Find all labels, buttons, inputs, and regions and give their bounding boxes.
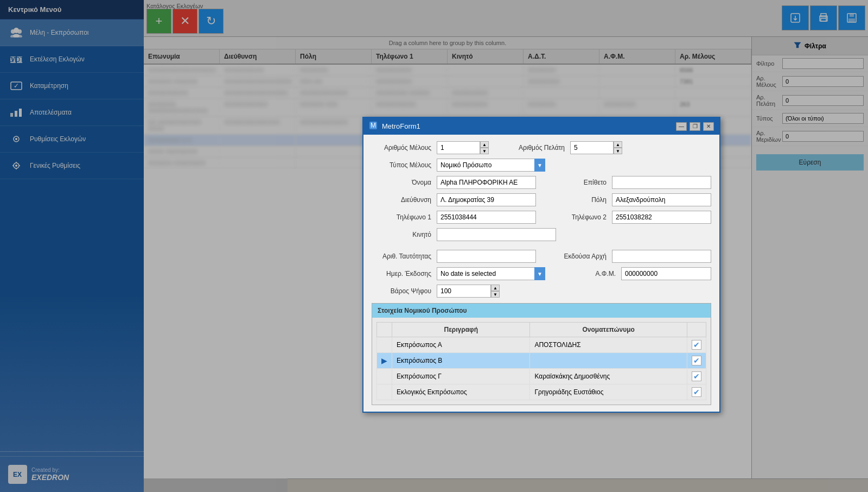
modal-close-button[interactable]: ✕ [703,122,714,131]
rep-col-onomateponymo: Ονοματεπώνυμο [530,323,687,337]
row-arrow-icon: ▶ [381,356,387,365]
form-row-tilefono1: Τηλέφωνο 1 Τηλέφωνο 2 [372,211,711,224]
ar-pelati-input[interactable] [570,141,614,154]
ar-melous-up[interactable]: ▲ [480,141,489,148]
ar-melous-down[interactable]: ▼ [480,148,489,154]
ar-pelati-spinner-btns: ▲ ▼ [614,141,622,154]
rep-name: ΑΠΟΣΤΟΛΙΔΗΣ [530,337,687,353]
onoma-label: Όνομα [372,179,431,186]
form-row-typos-melous: Τύπος Μέλους Νομικό Πρόσωπο ▼ [372,159,711,172]
typos-melous-select-wrap: Νομικό Πρόσωπο ▼ [437,159,545,172]
modal-controls: — ❐ ✕ [676,122,714,131]
rep-label: Εκπρόσωπος Β [392,353,530,369]
legal-entity-section: Στοιχεία Νομικού Προσώπου Περιγραφή Ονομ… [372,303,711,405]
rep-check[interactable]: ✔ [687,369,706,384]
table-row[interactable]: ▶ Εκπρόσωπος Β ✔ [377,353,706,369]
tilefono1-input[interactable] [437,211,536,224]
varos-psifou-spinner-btns: ▲ ▼ [491,285,500,298]
check-icon[interactable]: ✔ [692,371,701,381]
rep-label: Εκπρόσωπος Γ [392,369,530,384]
modal-restore-button[interactable]: ❐ [690,122,700,131]
rep-name: Καραϊσκάκης Δημοσθένης [530,369,687,384]
varos-psifou-down[interactable]: ▼ [491,291,500,298]
diefthynsi-label: Διεύθυνση [372,196,431,204]
diefthynsi-input[interactable] [437,193,536,206]
modal-title-text: MetroForm1 [382,122,420,130]
form-row-diefthynsi: Διεύθυνση Πόλη [372,193,711,206]
ar-melous-label: Αριθμός Μέλους [372,144,431,152]
modal-titlebar: M MetroForm1 — ❐ ✕ [363,118,719,135]
ar-pelati-spinner: ▲ ▼ [570,141,622,154]
legal-entity-section-title: Στοιχεία Νομικού Προσώπου [372,304,711,318]
check-icon[interactable]: ✔ [692,356,701,365]
imer-ekdosis-label: Ημερ. Έκδοσης [372,270,431,277]
modal-title-left: M MetroForm1 [369,121,420,131]
row-indicator [377,337,392,353]
rep-name[interactable] [530,353,687,369]
svg-text:M: M [371,122,376,129]
rep-check[interactable]: ✔ [687,337,706,353]
typos-melous-select[interactable]: Νομικό Πρόσωπο [437,159,545,172]
poli-input[interactable] [612,193,711,206]
ar-melous-input[interactable] [437,141,480,154]
tilefono2-input[interactable] [612,211,711,224]
varos-psifou-up[interactable]: ▲ [491,285,500,291]
modal-dialog: M MetroForm1 — ❐ ✕ Αριθμός Μέλους ▲ [362,117,720,413]
table-row[interactable]: Εκπρόσωπος Α ΑΠΟΣΤΟΛΙΔΗΣ ✔ [377,337,706,353]
form-row-ar-melous: Αριθμός Μέλους ▲ ▼ Αριθμός Πελάτη ▲ ▼ [372,141,711,154]
afm-label: Α.Φ.Μ. [556,270,616,277]
onoma-input[interactable] [437,176,536,189]
table-row[interactable]: Εκλογικός Εκπρόσωπος Γρηγοριάδης Ευστάθι… [377,384,706,400]
check-icon[interactable]: ✔ [692,340,701,350]
rep-check[interactable]: ✔ [687,353,706,369]
typos-melous-label: Τύπος Μέλους [372,161,431,169]
form-row-onoma: Όνομα Επίθετο [372,176,711,189]
varos-psifou-input[interactable] [437,285,491,298]
epitheto-label: Επίθετο [547,179,607,186]
rep-col-perigrafi: Περιγραφή [392,323,530,337]
modal-minimize-button[interactable]: — [676,122,687,131]
rep-label: Εκπρόσωπος Α [392,337,530,353]
row-indicator [377,369,392,384]
ar-melous-spinner: ▲ ▼ [437,141,489,154]
date-dropdown-arrow[interactable]: ▼ [534,267,545,280]
rep-col-indicator [377,323,392,337]
kinito-input[interactable] [437,228,556,241]
rep-name: Γρηγοριάδης Ευστάθιος [530,384,687,400]
check-icon[interactable]: ✔ [692,387,701,397]
form-row-ar-tautotitas: Αριθ. Ταυτότητας Εκδούσα Αρχή [372,250,711,263]
rep-label: Εκλογικός Εκπρόσωπος [392,384,530,400]
varos-psifou-label: Βάρος Ψήφου [372,287,431,295]
epitheto-input[interactable] [612,176,711,189]
representatives-table: Περιγραφή Ονοματεπώνυμο Εκπρόσωπος Α ΑΠΟ… [376,322,706,400]
rep-check[interactable]: ✔ [687,384,706,400]
form-row-imer-ekdosis: Ημερ. Έκδοσης ▼ Α.Φ.Μ. [372,267,711,280]
varos-psifou-spinner: ▲ ▼ [437,285,500,298]
legal-entity-section-body: Περιγραφή Ονοματεπώνυμο Εκπρόσωπος Α ΑΠΟ… [372,318,711,405]
modal-overlay: M MetroForm1 — ❐ ✕ Αριθμός Μέλους ▲ [0,0,868,492]
rep-col-action [687,323,706,337]
ar-melous-spinner-btns: ▲ ▼ [480,141,489,154]
imer-ekdosis-date-wrap: ▼ [437,267,545,280]
typos-melous-select-arrow[interactable]: ▼ [534,159,545,172]
ekdousa-arhi-label: Εκδούσα Αρχή [547,253,607,260]
ar-pelati-up[interactable]: ▲ [614,141,622,148]
imer-ekdosis-input[interactable] [437,267,545,280]
ar-tautotitas-input[interactable] [437,250,536,263]
tilefono1-label: Τηλέφωνο 1 [372,213,431,221]
modal-title-icon: M [369,121,378,131]
tilefono2-label: Τηλέφωνο 2 [547,213,607,221]
row-indicator: ▶ [377,353,392,369]
rep-name-input[interactable] [534,357,682,364]
form-row-kinito: Κινητό [372,228,711,241]
ekdousa-arhi-input[interactable] [612,250,711,263]
poli-label: Πόλη [547,196,607,204]
modal-body: Αριθμός Μέλους ▲ ▼ Αριθμός Πελάτη ▲ ▼ [363,135,719,412]
afm-input[interactable] [621,267,711,280]
table-row[interactable]: Εκπρόσωπος Γ Καραϊσκάκης Δημοσθένης ✔ [377,369,706,384]
kinito-label: Κινητό [372,231,431,238]
row-indicator [377,384,392,400]
form-row-varos-psifou: Βάρος Ψήφου ▲ ▼ [372,285,711,298]
ar-pelati-down[interactable]: ▼ [614,148,622,154]
ar-tautotitas-label: Αριθ. Ταυτότητας [372,253,431,260]
